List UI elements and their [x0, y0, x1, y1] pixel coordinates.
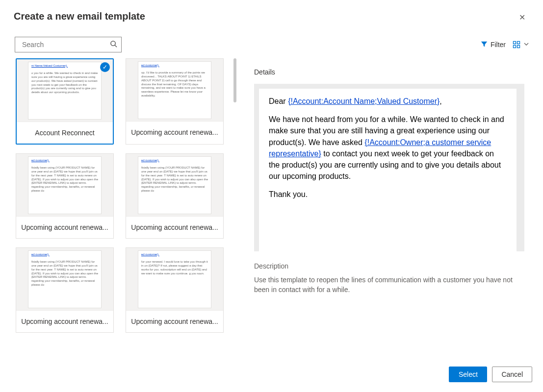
- template-thumbnail: ed customer}, up. I'd like to provide a …: [126, 59, 223, 122]
- thumbnail-preview: ed customer}, ficially been using {YOUR …: [28, 250, 102, 308]
- template-label: Upcoming account renewa...: [126, 217, 223, 238]
- thumbnail-preview: ed customer}, up. I'd like to provide a …: [138, 61, 211, 119]
- template-card[interactable]: ed customer}, up. I'd like to provide a …: [126, 58, 224, 145]
- close-button[interactable]: ✕: [515, 11, 529, 24]
- template-grid: ✓ nt Name;Valued Customer}, o you for a …: [16, 58, 233, 333]
- template-card[interactable]: ed customer}, ficially been using {YOUR …: [16, 247, 114, 333]
- template-card-account-reconnect[interactable]: ✓ nt Name;Valued Customer}, o you for a …: [16, 58, 114, 145]
- details-pane: Details Dear {!Account:Account Name;Valu…: [236, 58, 529, 359]
- search-field-wrap[interactable]: [15, 37, 122, 52]
- email-template-dialog: Create a new email template ✕ Filter: [0, 0, 543, 392]
- template-label: Upcoming account renewa...: [16, 217, 113, 238]
- filter-icon: [481, 41, 488, 49]
- template-thumbnail: ed customer}, ficially been using {YOUR …: [16, 248, 113, 311]
- template-label: Upcoming account renewa...: [16, 311, 113, 332]
- template-preview: Dear {!Account:Account Name;Valued Custo…: [254, 84, 524, 251]
- filter-label: Filter: [491, 41, 506, 49]
- description-label: Description: [254, 262, 524, 270]
- preview-closing: Thank you.: [269, 189, 507, 200]
- template-label: Account Reconnect: [17, 122, 113, 144]
- merge-field-account-name: {!Account:Account Name;Valued Customer}: [288, 97, 440, 105]
- svg-rect-5: [517, 46, 520, 48]
- template-card[interactable]: ed customer}, ficially been using {YOUR …: [16, 153, 114, 239]
- template-label: Upcoming account renewa...: [126, 122, 223, 143]
- select-button[interactable]: Select: [449, 367, 487, 382]
- svg-point-0: [111, 41, 115, 46]
- preview-greeting: Dear {!Account:Account Name;Valued Custo…: [269, 96, 507, 107]
- details-heading: Details: [254, 68, 524, 76]
- dialog-title: Create a new email template: [14, 11, 145, 22]
- cancel-button[interactable]: Cancel: [492, 367, 532, 382]
- template-thumbnail: nt Name;Valued Customer}, o you for a wh…: [17, 59, 113, 122]
- search-icon[interactable]: [110, 40, 117, 49]
- dialog-footer: Select Cancel: [0, 359, 543, 392]
- grid-view-icon[interactable]: [513, 41, 520, 49]
- thumbnail-preview: ed customer}, ficially been using {YOUR …: [28, 156, 102, 214]
- scrollbar-thumb[interactable]: [233, 58, 236, 102]
- template-list-pane: ✓ nt Name;Valued Customer}, o you for a …: [16, 58, 236, 359]
- svg-rect-4: [514, 46, 516, 48]
- svg-line-1: [115, 45, 117, 47]
- svg-rect-2: [514, 42, 516, 44]
- svg-rect-3: [517, 42, 520, 44]
- main-content: ✓ nt Name;Valued Customer}, o you for a …: [0, 58, 543, 359]
- chevron-down-icon[interactable]: [523, 41, 529, 49]
- template-thumbnail: ed customer}, ficially been using {YOUR …: [16, 154, 113, 217]
- filter-button[interactable]: Filter: [481, 41, 506, 49]
- template-label: Upcoming account renewa...: [126, 311, 223, 332]
- toolbar-right: Filter: [481, 41, 529, 49]
- template-thumbnail: ed customer}, ficially been using {YOUR …: [126, 154, 223, 217]
- template-card[interactable]: ed customer}, ficially been using {YOUR …: [126, 153, 224, 239]
- close-icon: ✕: [519, 13, 525, 22]
- toolbar: Filter: [0, 28, 543, 58]
- thumbnail-preview: nt Name;Valued Customer}, o you for a wh…: [28, 62, 102, 120]
- template-thumbnail: ed customer}, for your renewal. I would …: [126, 248, 223, 311]
- template-card[interactable]: ed customer}, for your renewal. I would …: [126, 247, 224, 333]
- selected-check-icon: ✓: [100, 62, 110, 72]
- dialog-header: Create a new email template ✕: [0, 0, 543, 28]
- description-text: Use this template to reopen the lines of…: [254, 275, 524, 295]
- preview-body: We have not heard from you for a while. …: [269, 114, 507, 182]
- thumbnail-preview: ed customer}, ficially been using {YOUR …: [138, 156, 211, 214]
- thumbnail-preview: ed customer}, for your renewal. I would …: [138, 250, 211, 308]
- search-input[interactable]: [22, 41, 110, 49]
- view-switcher[interactable]: [513, 41, 529, 49]
